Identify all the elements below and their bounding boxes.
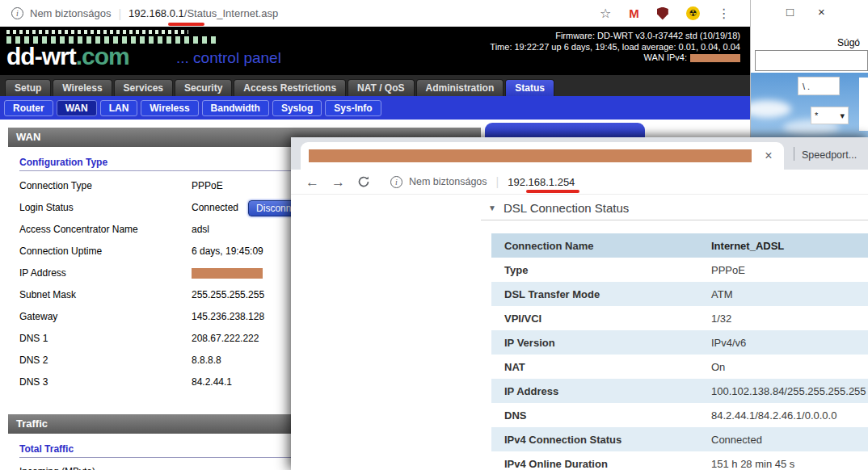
subtab-bandwidth[interactable]: Bandwidth bbox=[202, 100, 269, 116]
firmware-line: Firmware: DD-WRT v3.0-r37442 std (10/19/… bbox=[490, 31, 740, 42]
popup-navbar: ← → i Nem biztonságos | 192.168.1.254 bbox=[291, 170, 868, 195]
dropdown-arrow-icon: ▾ bbox=[840, 111, 845, 121]
tab-administration[interactable]: Administration bbox=[416, 79, 504, 96]
annotation-underline-modem-ip bbox=[526, 190, 579, 193]
login-status-value: Connected bbox=[192, 197, 238, 219]
background-app-window: □ × Súgó \ . * ▾ bbox=[750, 0, 868, 137]
back-icon[interactable]: ← bbox=[305, 175, 319, 189]
urlbar-separator: | bbox=[118, 7, 121, 20]
ddwrt-sub-tabs: Router WAN LAN Wireless Bandwidth Syslog… bbox=[0, 96, 750, 120]
ddwrt-main-tabs: Setup Wireless Services Security Access … bbox=[0, 75, 750, 96]
table-row-vpi-vci: VPI/VCI 1/32 bbox=[491, 306, 868, 330]
signal-bars-graphic bbox=[6, 30, 218, 44]
dsl-status-heading[interactable]: ▼ DSL Connection Status bbox=[488, 201, 629, 215]
subtab-sysinfo[interactable]: Sys-Info bbox=[325, 100, 381, 116]
close-icon[interactable]: × bbox=[818, 5, 825, 19]
wan-ip-redaction-bar bbox=[690, 54, 740, 62]
tab-separator bbox=[794, 147, 794, 161]
radiation-extension-icon[interactable]: ☢ bbox=[686, 6, 700, 20]
wallpaper-sky: \ . * ▾ bbox=[751, 73, 868, 137]
url-text[interactable]: 192.168.1.254 bbox=[508, 176, 575, 188]
ddwrt-logo: dd-wrt.com bbox=[6, 43, 129, 70]
ublock-shield-icon[interactable] bbox=[657, 7, 668, 20]
forward-icon[interactable]: → bbox=[331, 175, 345, 189]
subtab-syslog[interactable]: Syslog bbox=[272, 100, 322, 116]
url-text[interactable]: 192.168.0.1/Status_Internet.asp bbox=[129, 7, 278, 19]
url-host: 192.168.0.1 bbox=[129, 7, 184, 19]
tab-title-redaction-bar bbox=[309, 149, 752, 162]
tab-access-restrictions[interactable]: Access Restrictions bbox=[234, 79, 346, 96]
bookmark-star-icon[interactable]: ☆ bbox=[600, 6, 611, 21]
browser-menu-icon[interactable]: ⋮ bbox=[718, 6, 731, 21]
table-row-connection-name: Connection Name Internet_ADSL bbox=[491, 233, 868, 258]
gmail-extension-icon[interactable]: M bbox=[629, 6, 639, 20]
collapse-triangle-icon: ▼ bbox=[488, 204, 496, 212]
ddwrt-header: dd-wrt.com ... control panel Firmware: D… bbox=[0, 27, 750, 75]
time-line: Time: 19:22:27 up 6 days, 19:45, load av… bbox=[490, 42, 740, 53]
popup-browser-window: × Speedport... ← → i Nem biztonságos | 1… bbox=[291, 137, 868, 470]
tab-close-icon[interactable]: × bbox=[761, 149, 776, 163]
background-field-box[interactable]: \ . bbox=[798, 77, 840, 95]
maximize-icon[interactable]: □ bbox=[786, 5, 794, 19]
tab-nat-qos[interactable]: NAT / QoS bbox=[348, 79, 414, 96]
page-info-icon[interactable]: i bbox=[390, 176, 402, 188]
urlbar-action-icons: ☆ M ☢ ⋮ bbox=[600, 0, 731, 27]
tab-speedport[interactable]: Speedport... bbox=[802, 144, 866, 166]
background-combo-box[interactable]: * ▾ bbox=[811, 107, 849, 124]
subtab-lan[interactable]: LAN bbox=[100, 100, 138, 116]
table-row-ipv4-online-duration: IPv4 Online Duration 151 h 28 min 45 s bbox=[491, 451, 868, 470]
table-row-dns: DNS 84.2.44.1/84.2.46.1/0.0.0.0 bbox=[491, 403, 868, 427]
table-row-ipv4-connection-status: IPv4 Connection Status Connected bbox=[491, 427, 868, 451]
popup-urlbar[interactable]: i Nem biztonságos | 192.168.1.254 bbox=[390, 175, 575, 188]
ddwrt-logo-com: .com bbox=[76, 43, 129, 69]
background-input-field[interactable] bbox=[755, 50, 868, 71]
tab-wireless[interactable]: Wireless bbox=[53, 79, 112, 96]
table-row-ip-version: IP Version IPv4/v6 bbox=[491, 330, 868, 355]
table-row-nat: NAT On bbox=[491, 355, 868, 379]
subtab-wireless[interactable]: Wireless bbox=[141, 100, 198, 116]
subtab-wan[interactable]: WAN bbox=[57, 100, 97, 116]
table-row-dsl-transfer-mode: DSL Transfer Mode ATM bbox=[491, 282, 868, 306]
screenshot-canvas: i Nem biztonságos | 192.168.0.1/Status_I… bbox=[0, 0, 868, 470]
subtab-router[interactable]: Router bbox=[4, 100, 53, 116]
popup-tabstrip: × Speedport... bbox=[291, 137, 868, 170]
dsl-status-page: ▼ DSL Connection Status Connection Name … bbox=[291, 195, 868, 470]
browser1-urlbar[interactable]: i Nem biztonságos | 192.168.0.1/Status_I… bbox=[0, 0, 750, 27]
window-controls: □ × bbox=[786, 5, 825, 19]
table-row-type: Type PPPoE bbox=[491, 258, 868, 282]
control-panel-tagline: ... control panel bbox=[176, 49, 281, 67]
wan-ipv4-line: WAN IPv4: bbox=[490, 52, 740, 64]
router-status-info: Firmware: DD-WRT v3.0-r37442 std (10/19/… bbox=[490, 31, 740, 64]
background-panel-strip bbox=[859, 78, 868, 131]
annotation-underline-router-ip bbox=[168, 23, 204, 26]
urlbar-separator: | bbox=[496, 175, 499, 188]
reload-icon[interactable] bbox=[357, 175, 370, 188]
url-path: /Status_Internet.asp bbox=[184, 7, 278, 19]
help-label[interactable]: Súgó bbox=[837, 37, 860, 48]
tab-services[interactable]: Services bbox=[114, 79, 173, 96]
security-status-text[interactable]: Nem biztonságos bbox=[409, 176, 487, 187]
tab-status[interactable]: Status bbox=[505, 79, 554, 96]
ip-address-redaction-bar bbox=[192, 268, 263, 279]
page-info-icon[interactable]: i bbox=[11, 7, 23, 19]
dsl-status-table: Connection Name Internet_ADSL Type PPPoE… bbox=[491, 233, 868, 470]
heading-divider bbox=[481, 220, 868, 220]
table-row-ip-address: IP Address 100.102.138.84/255.255.255.25… bbox=[491, 379, 868, 403]
tab-security[interactable]: Security bbox=[175, 79, 232, 96]
active-tab[interactable]: × bbox=[301, 142, 784, 170]
tab-setup[interactable]: Setup bbox=[5, 79, 51, 96]
security-status-text[interactable]: Nem biztonságos bbox=[30, 7, 111, 19]
cloud-graphic bbox=[751, 100, 791, 118]
